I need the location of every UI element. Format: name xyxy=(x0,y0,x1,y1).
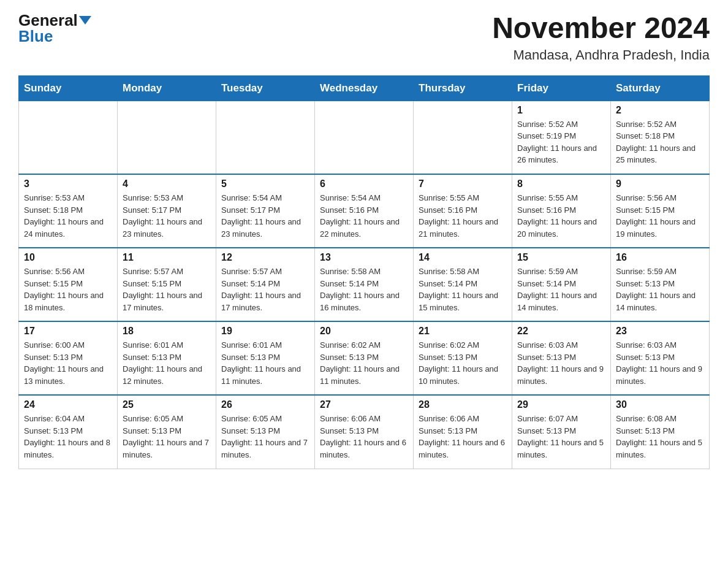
day-number: 4 xyxy=(123,178,211,190)
day-number: 9 xyxy=(616,178,704,190)
calendar-day-cell: 29Sunrise: 6:07 AMSunset: 5:13 PMDayligh… xyxy=(512,395,611,469)
day-number: 22 xyxy=(517,326,605,337)
day-sun-info: Sunrise: 5:52 AMSunset: 5:19 PMDaylight:… xyxy=(517,118,605,166)
day-sun-info: Sunrise: 5:55 AMSunset: 5:16 PMDaylight:… xyxy=(419,192,507,240)
calendar-day-cell: 24Sunrise: 6:04 AMSunset: 5:13 PMDayligh… xyxy=(19,395,118,469)
calendar-week-row: 3Sunrise: 5:53 AMSunset: 5:18 PMDaylight… xyxy=(19,174,710,248)
day-sun-info: Sunrise: 5:54 AMSunset: 5:16 PMDaylight:… xyxy=(320,192,408,240)
calendar-day-cell: 19Sunrise: 6:01 AMSunset: 5:13 PMDayligh… xyxy=(216,321,315,395)
logo: General Blue xyxy=(18,12,91,44)
day-of-week-header: Friday xyxy=(512,75,611,101)
day-number: 27 xyxy=(320,399,408,410)
day-number: 18 xyxy=(123,326,211,337)
day-sun-info: Sunrise: 6:02 AMSunset: 5:13 PMDaylight:… xyxy=(419,339,507,387)
day-number: 13 xyxy=(320,252,408,263)
calendar-day-cell: 7Sunrise: 5:55 AMSunset: 5:16 PMDaylight… xyxy=(414,174,512,248)
calendar-day-cell: 17Sunrise: 6:00 AMSunset: 5:13 PMDayligh… xyxy=(19,321,118,395)
day-sun-info: Sunrise: 6:03 AMSunset: 5:13 PMDaylight:… xyxy=(517,339,605,387)
day-sun-info: Sunrise: 6:06 AMSunset: 5:13 PMDaylight:… xyxy=(419,413,507,461)
day-sun-info: Sunrise: 6:01 AMSunset: 5:13 PMDaylight:… xyxy=(123,339,211,387)
calendar-day-cell: 10Sunrise: 5:56 AMSunset: 5:15 PMDayligh… xyxy=(19,248,118,321)
day-sun-info: Sunrise: 5:55 AMSunset: 5:16 PMDaylight:… xyxy=(517,192,605,240)
calendar-week-row: 24Sunrise: 6:04 AMSunset: 5:13 PMDayligh… xyxy=(19,395,710,469)
calendar-day-cell: 22Sunrise: 6:03 AMSunset: 5:13 PMDayligh… xyxy=(512,321,611,395)
day-sun-info: Sunrise: 6:05 AMSunset: 5:13 PMDaylight:… xyxy=(123,413,211,461)
day-sun-info: Sunrise: 6:01 AMSunset: 5:13 PMDaylight:… xyxy=(221,339,309,387)
calendar-day-cell: 9Sunrise: 5:56 AMSunset: 5:15 PMDaylight… xyxy=(611,174,710,248)
day-number: 12 xyxy=(221,252,309,263)
calendar-week-row: 1Sunrise: 5:52 AMSunset: 5:19 PMDaylight… xyxy=(19,101,710,174)
calendar-table: SundayMondayTuesdayWednesdayThursdayFrid… xyxy=(18,75,710,469)
calendar-day-cell: 26Sunrise: 6:05 AMSunset: 5:13 PMDayligh… xyxy=(216,395,315,469)
calendar-day-cell: 20Sunrise: 6:02 AMSunset: 5:13 PMDayligh… xyxy=(315,321,414,395)
page-header: General Blue November 2024 Mandasa, Andh… xyxy=(18,12,710,63)
calendar-day-cell xyxy=(118,101,216,174)
title-block: November 2024 Mandasa, Andhra Pradesh, I… xyxy=(492,12,710,63)
calendar-day-cell: 2Sunrise: 5:52 AMSunset: 5:18 PMDaylight… xyxy=(611,101,710,174)
day-number: 23 xyxy=(616,326,704,337)
calendar-day-cell: 15Sunrise: 5:59 AMSunset: 5:14 PMDayligh… xyxy=(512,248,611,321)
calendar-day-cell: 14Sunrise: 5:58 AMSunset: 5:14 PMDayligh… xyxy=(414,248,512,321)
day-sun-info: Sunrise: 6:04 AMSunset: 5:13 PMDaylight:… xyxy=(24,413,112,461)
day-number: 6 xyxy=(320,178,408,190)
calendar-week-row: 10Sunrise: 5:56 AMSunset: 5:15 PMDayligh… xyxy=(19,248,710,321)
day-sun-info: Sunrise: 5:57 AMSunset: 5:14 PMDaylight:… xyxy=(221,266,309,313)
month-year-title: November 2024 xyxy=(492,12,710,45)
day-sun-info: Sunrise: 5:52 AMSunset: 5:18 PMDaylight:… xyxy=(616,118,704,166)
day-sun-info: Sunrise: 5:58 AMSunset: 5:14 PMDaylight:… xyxy=(419,266,507,313)
day-sun-info: Sunrise: 5:57 AMSunset: 5:15 PMDaylight:… xyxy=(123,266,211,313)
day-number: 19 xyxy=(221,326,309,337)
day-sun-info: Sunrise: 5:53 AMSunset: 5:17 PMDaylight:… xyxy=(123,192,211,240)
day-of-week-header: Monday xyxy=(118,75,216,101)
logo-triangle-icon xyxy=(79,16,91,25)
day-number: 25 xyxy=(123,399,211,410)
calendar-day-cell xyxy=(19,101,118,174)
calendar-day-cell: 3Sunrise: 5:53 AMSunset: 5:18 PMDaylight… xyxy=(19,174,118,248)
calendar-day-cell: 13Sunrise: 5:58 AMSunset: 5:14 PMDayligh… xyxy=(315,248,414,321)
day-number: 7 xyxy=(419,178,507,190)
day-sun-info: Sunrise: 5:56 AMSunset: 5:15 PMDaylight:… xyxy=(24,266,112,313)
day-number: 3 xyxy=(24,178,112,190)
logo-general-text: General xyxy=(18,12,78,28)
day-number: 26 xyxy=(221,399,309,410)
calendar-day-cell: 6Sunrise: 5:54 AMSunset: 5:16 PMDaylight… xyxy=(315,174,414,248)
calendar-day-cell: 11Sunrise: 5:57 AMSunset: 5:15 PMDayligh… xyxy=(118,248,216,321)
day-number: 24 xyxy=(24,399,112,410)
day-of-week-header: Saturday xyxy=(611,75,710,101)
day-number: 5 xyxy=(221,178,309,190)
day-sun-info: Sunrise: 5:54 AMSunset: 5:17 PMDaylight:… xyxy=(221,192,309,240)
day-sun-info: Sunrise: 6:06 AMSunset: 5:13 PMDaylight:… xyxy=(320,413,408,461)
day-number: 2 xyxy=(616,105,704,116)
calendar-day-cell: 23Sunrise: 6:03 AMSunset: 5:13 PMDayligh… xyxy=(611,321,710,395)
day-sun-info: Sunrise: 5:59 AMSunset: 5:13 PMDaylight:… xyxy=(616,266,704,313)
day-sun-info: Sunrise: 6:07 AMSunset: 5:13 PMDaylight:… xyxy=(517,413,605,461)
day-number: 1 xyxy=(517,105,605,116)
day-number: 14 xyxy=(419,252,507,263)
calendar-header-row: SundayMondayTuesdayWednesdayThursdayFrid… xyxy=(19,75,710,101)
day-sun-info: Sunrise: 6:08 AMSunset: 5:13 PMDaylight:… xyxy=(616,413,704,461)
day-number: 11 xyxy=(123,252,211,263)
day-sun-info: Sunrise: 6:00 AMSunset: 5:13 PMDaylight:… xyxy=(24,339,112,387)
day-number: 29 xyxy=(517,399,605,410)
calendar-day-cell xyxy=(216,101,315,174)
day-number: 21 xyxy=(419,326,507,337)
day-number: 28 xyxy=(419,399,507,410)
day-of-week-header: Sunday xyxy=(19,75,118,101)
day-number: 20 xyxy=(320,326,408,337)
day-number: 15 xyxy=(517,252,605,263)
calendar-day-cell: 8Sunrise: 5:55 AMSunset: 5:16 PMDaylight… xyxy=(512,174,611,248)
day-number: 16 xyxy=(616,252,704,263)
calendar-day-cell: 18Sunrise: 6:01 AMSunset: 5:13 PMDayligh… xyxy=(118,321,216,395)
day-sun-info: Sunrise: 6:05 AMSunset: 5:13 PMDaylight:… xyxy=(221,413,309,461)
day-sun-info: Sunrise: 6:02 AMSunset: 5:13 PMDaylight:… xyxy=(320,339,408,387)
day-sun-info: Sunrise: 5:56 AMSunset: 5:15 PMDaylight:… xyxy=(616,192,704,240)
day-number: 30 xyxy=(616,399,704,410)
calendar-day-cell: 25Sunrise: 6:05 AMSunset: 5:13 PMDayligh… xyxy=(118,395,216,469)
day-sun-info: Sunrise: 6:03 AMSunset: 5:13 PMDaylight:… xyxy=(616,339,704,387)
calendar-day-cell: 28Sunrise: 6:06 AMSunset: 5:13 PMDayligh… xyxy=(414,395,512,469)
calendar-day-cell: 1Sunrise: 5:52 AMSunset: 5:19 PMDaylight… xyxy=(512,101,611,174)
calendar-day-cell: 30Sunrise: 6:08 AMSunset: 5:13 PMDayligh… xyxy=(611,395,710,469)
calendar-day-cell xyxy=(414,101,512,174)
day-number: 17 xyxy=(24,326,112,337)
day-of-week-header: Tuesday xyxy=(216,75,315,101)
